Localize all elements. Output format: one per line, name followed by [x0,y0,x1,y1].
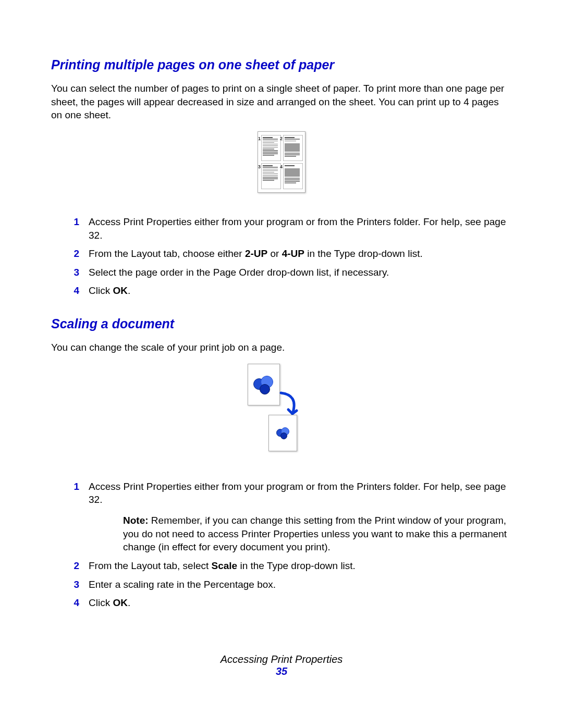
bold-text: OK [113,285,128,296]
step-number: 2 [51,247,89,261]
step-number: 1 [51,480,89,493]
figure-scaling [51,364,512,460]
four-up-sheet-icon: 1 2 3 4 [258,131,305,193]
step: 3 Enter a scaling rate in the Percentage… [51,578,512,591]
footer-title: Accessing Print Properties [51,653,512,665]
step-number: 4 [51,596,89,610]
text-fragment: Click [89,597,113,608]
step: 4 Click OK. [51,284,512,298]
step: 1 Access Print Properties either from yo… [51,480,512,554]
page-footer: Accessing Print Properties 35 [51,653,512,677]
steps-multiple-pages: 1 Access Print Properties either from yo… [51,215,512,298]
step-number: 2 [51,559,89,573]
step: 2 From the Layout tab, select Scale in t… [51,559,512,573]
step-text: Click OK. [89,284,512,298]
text-fragment: From the Layout tab, select [89,560,212,571]
text-fragment: . [128,597,130,608]
step-text: Select the page order in the Page Order … [89,266,512,279]
cell-number: 3 [258,164,261,169]
step-number: 3 [51,578,89,591]
document-page: Printing multiple pages on one sheet of … [0,0,563,709]
note-label: Note: [123,515,149,526]
text-fragment: . [128,285,130,296]
step: 3 Select the page order in the Page Orde… [51,266,512,279]
step-text: Access Print Properties either from your… [89,480,512,554]
step: 2 From the Layout tab, choose either 2-U… [51,247,512,261]
text-fragment: Click [89,285,113,296]
scaling-illustration-icon [248,364,315,458]
step: 4 Click OK. [51,596,512,610]
text-fragment: Access Print Properties either from your… [89,481,506,505]
step-text: Click OK. [89,596,512,610]
cell-number: 2 [280,136,283,141]
intro-scaling: You can change the scale of your print j… [51,341,512,354]
step-number: 4 [51,284,89,298]
text-fragment: or [267,248,282,259]
heading-multiple-pages: Printing multiple pages on one sheet of … [51,57,512,72]
large-page-icon [248,364,280,405]
step-text: From the Layout tab, select Scale in the… [89,559,512,573]
step-number: 3 [51,266,89,279]
steps-scaling: 1 Access Print Properties either from yo… [51,480,512,610]
text-fragment: From the Layout tab, choose either [89,248,245,259]
step-text: Enter a scaling rate in the Percentage b… [89,578,512,591]
cell-number: 4 [280,164,283,169]
figure-4up: 1 2 3 4 [51,131,512,195]
small-page-icon [268,415,297,451]
cell-number: 1 [258,136,261,141]
step-number: 1 [51,215,89,229]
step-text: Access Print Properties either from your… [89,215,512,242]
heading-scaling: Scaling a document [51,316,512,331]
bold-text: 2-UP [245,248,267,259]
page-number: 35 [51,665,512,677]
step: 1 Access Print Properties either from yo… [51,215,512,242]
step-text: From the Layout tab, choose either 2-UP … [89,247,512,261]
bold-text: 4-UP [282,248,304,259]
text-fragment: in the Type drop-down list. [304,248,423,259]
text-fragment: in the Type drop-down list. [237,560,356,571]
bold-text: Scale [212,560,238,571]
note-text: Remember, if you can change this setting… [123,515,507,552]
intro-multiple-pages: You can select the number of pages to pr… [51,82,512,122]
note-block: Note: Remember, if you can change this s… [123,514,512,554]
bold-text: OK [113,597,128,608]
